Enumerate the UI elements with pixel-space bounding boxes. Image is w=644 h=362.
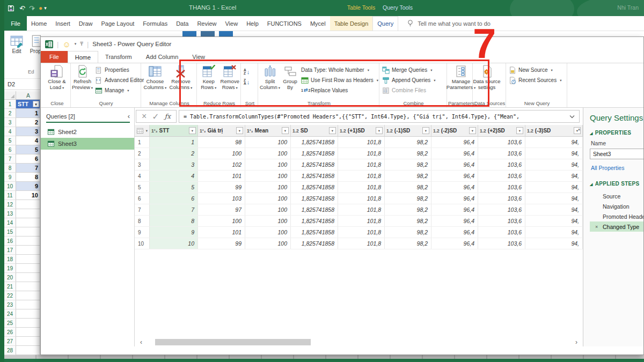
- column-header-mean[interactable]: 1²₃Mean▾: [245, 125, 291, 136]
- cell-a17[interactable]: [16, 246, 40, 255]
- grid-cell[interactable]: 1,825741858: [291, 227, 338, 238]
- grid-cell[interactable]: 103,6: [478, 193, 525, 204]
- applied-step-changed-type[interactable]: ×Changed Type: [590, 221, 644, 232]
- excel-tab-review[interactable]: Review: [193, 16, 221, 31]
- cell-a1[interactable]: STT▾: [16, 100, 40, 109]
- grid-cell[interactable]: 94,: [525, 204, 583, 215]
- grid-cell[interactable]: 94,: [525, 216, 583, 226]
- grid-cell[interactable]: 98,2: [385, 171, 431, 181]
- grid-cell[interactable]: 100: [245, 137, 291, 147]
- cell-a24[interactable]: [16, 309, 40, 319]
- applied-step-promoted-headers[interactable]: Promoted Headers: [590, 211, 644, 221]
- row-header-5[interactable]: 5: [4, 136, 16, 145]
- grid-row-number[interactable]: 5: [135, 182, 150, 193]
- delete-step-icon[interactable]: ×: [595, 224, 603, 230]
- grid-cell[interactable]: 94,: [525, 137, 583, 147]
- data-type-icon[interactable]: 1.2: [340, 128, 346, 134]
- filter-dropdown-icon[interactable]: ▾: [516, 127, 523, 134]
- save-icon[interactable]: [8, 5, 14, 12]
- grid-cell[interactable]: 98,2: [385, 159, 431, 170]
- data-type-whole-number-button[interactable]: Data Type: Whole Number▾: [300, 65, 378, 75]
- cell-a9[interactable]: 8: [16, 173, 40, 182]
- manage-button[interactable]: Manage▾: [94, 85, 144, 95]
- select-all-corner[interactable]: [4, 91, 16, 99]
- use-first-row-as-headers-button[interactable]: Use First Row as Headers▾: [300, 75, 378, 85]
- grid-cell[interactable]: 96,4: [431, 171, 478, 181]
- grid-cell[interactable]: 98,2: [385, 182, 431, 193]
- grid-cell[interactable]: 96,4: [431, 216, 478, 226]
- redo-icon[interactable]: ↷˅: [29, 5, 34, 12]
- filter-dropdown-icon[interactable]: ▾: [282, 127, 289, 134]
- applied-steps-section-header[interactable]: ◢APPLIED STEPS: [590, 181, 644, 187]
- combine-files-button[interactable]: Combine Files: [381, 85, 436, 95]
- grid-cell[interactable]: 101,8: [338, 204, 385, 215]
- data-type-icon[interactable]: 1.2: [480, 128, 486, 134]
- row-header-8[interactable]: 8: [4, 164, 16, 173]
- row-header-11[interactable]: 11: [4, 191, 16, 200]
- grid-cell[interactable]: 99: [198, 182, 245, 193]
- row-header-1[interactable]: 1: [4, 100, 16, 109]
- grid-cell[interactable]: 96,4: [431, 193, 478, 204]
- grid-cell[interactable]: 1,825741858: [291, 204, 338, 215]
- column-header-gi-tr[interactable]: 1²₃Giá trị▾: [198, 125, 245, 136]
- cell-a11[interactable]: 10: [16, 191, 40, 200]
- grid-cell[interactable]: 101,8: [338, 171, 385, 181]
- qat-customize-icon[interactable]: ₸: [80, 41, 83, 47]
- grid-cell[interactable]: 100: [198, 148, 245, 159]
- grid-cell[interactable]: 96,4: [431, 148, 478, 159]
- grid-corner-button[interactable]: ▾: [135, 125, 150, 136]
- grid-row-number[interactable]: 7: [135, 204, 150, 215]
- grid-cell[interactable]: 101,8: [338, 193, 385, 204]
- pq-tab-view[interactable]: View: [185, 51, 212, 63]
- cell-a15[interactable]: [16, 227, 40, 237]
- pq-tab-add-column[interactable]: Add Column: [139, 51, 186, 63]
- grid-cell[interactable]: 1,825741858: [291, 182, 338, 193]
- excel-tab-view[interactable]: View: [221, 16, 242, 31]
- cell-a23[interactable]: [16, 300, 40, 309]
- replace-values-button[interactable]: 1⇄2Replace Values: [300, 85, 378, 95]
- grid-cell[interactable]: 1,825741858: [291, 171, 338, 181]
- scroll-left-icon[interactable]: ‹: [135, 338, 148, 346]
- grid-cell[interactable]: 94,: [525, 238, 583, 249]
- macro-icon[interactable]: ●: [39, 4, 42, 12]
- grid-cell[interactable]: 101: [198, 171, 245, 181]
- row-header-10[interactable]: 10: [4, 182, 16, 191]
- row-header-18[interactable]: 18: [4, 255, 16, 264]
- filter-dropdown-icon[interactable]: ▾: [189, 127, 196, 134]
- data-type-icon[interactable]: 1.2: [527, 128, 533, 134]
- row-header-16[interactable]: 16: [4, 237, 16, 246]
- excel-tab-data[interactable]: Data: [172, 16, 193, 31]
- grid-row-number[interactable]: 8: [135, 216, 150, 226]
- cell-a26[interactable]: [16, 328, 40, 337]
- grid-cell[interactable]: 3: [150, 159, 198, 170]
- grid-row-number[interactable]: 4: [135, 171, 150, 181]
- grid-cell[interactable]: 100: [245, 159, 291, 170]
- applied-step-navigation[interactable]: Navigation: [590, 201, 644, 211]
- data-type-icon[interactable]: 1²₃: [247, 128, 253, 134]
- grid-cell[interactable]: 98,2: [385, 238, 431, 249]
- row-header-2[interactable]: 2: [4, 109, 16, 118]
- column-header-2-sd[interactable]: 1.2(+2)SD▾: [478, 125, 525, 136]
- advanced-editor-button[interactable]: Advanced Editor: [94, 75, 144, 85]
- grid-cell[interactable]: 103: [198, 193, 245, 204]
- cell-a25[interactable]: [16, 319, 40, 328]
- grid-cell[interactable]: 96,4: [431, 137, 478, 147]
- column-header-2-sd[interactable]: 1.2(-2)SD▾: [431, 125, 478, 136]
- grid-cell[interactable]: 103,6: [478, 204, 525, 215]
- grid-row-number[interactable]: 2: [135, 148, 150, 159]
- sort-za-button[interactable]: ZA↓: [243, 75, 251, 85]
- grid-cell[interactable]: 102: [198, 159, 245, 170]
- row-header-23[interactable]: 23: [4, 300, 16, 309]
- remove-columns-button[interactable]: RemoveColumns▾: [169, 65, 193, 90]
- cell-a5[interactable]: 4: [16, 136, 40, 145]
- excel-tab-mycel[interactable]: Mycel: [306, 16, 330, 31]
- grid-cell[interactable]: 96,4: [431, 182, 478, 193]
- query-name-input[interactable]: [590, 149, 644, 159]
- cell-a10[interactable]: 9: [16, 182, 40, 191]
- keep-rows-button[interactable]: KeepRows▾: [199, 65, 219, 90]
- pq-tab-home[interactable]: Home: [68, 51, 98, 63]
- row-header-7[interactable]: 7: [4, 154, 16, 164]
- grid-cell[interactable]: 101,8: [338, 238, 385, 249]
- expand-formula-icon[interactable]: [569, 115, 575, 119]
- row-header-22[interactable]: 22: [4, 291, 16, 300]
